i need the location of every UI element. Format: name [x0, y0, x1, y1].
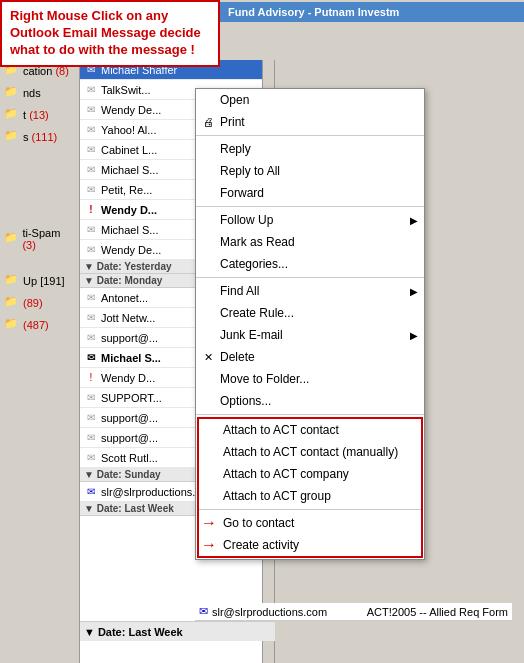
nav-count-487: (487) [23, 319, 49, 331]
envelope-icon-7: ✉ [84, 183, 98, 197]
categories-icon [200, 256, 216, 272]
menu-label-options: Options... [220, 394, 271, 408]
menu-item-print[interactable]: 🖨 Print [196, 111, 424, 133]
date-yesterday-label: Date: Yesterday [97, 261, 172, 272]
act-section: Attach to ACT contact Attach to ACT cont… [197, 417, 423, 558]
nav-item-up[interactable]: 📁 Up [191] [0, 270, 79, 292]
annotation-text: Right Mouse Click on any Outlook Email M… [10, 8, 210, 59]
envelope-icon-2: ✉ [84, 83, 98, 97]
menu-item-create-rule[interactable]: Create Rule... [196, 302, 424, 324]
lastweek-expand[interactable]: ▼ [84, 626, 95, 638]
envelope-icon-supp2: ✉ [84, 411, 98, 425]
date-monday-expand[interactable]: ▼ [84, 275, 94, 286]
envelope-icon-sup1: ✉ [84, 331, 98, 345]
nav-label-tispam: ti-Spam (3) [22, 227, 75, 251]
date-sunday-label: Date: Sunday [97, 469, 161, 480]
menu-label-reply: Reply [220, 142, 251, 156]
open-icon [200, 92, 216, 108]
envelope-icon-slr: ✉ [84, 485, 98, 499]
menu-label-create-rule: Create Rule... [220, 306, 294, 320]
left-nav-panel: 📁 cation (8) 📁 nds 📁 t (13) 📁 s (111) 📁 … [0, 60, 80, 663]
folder-icon-487: 📁 [4, 317, 20, 333]
menu-item-create-activity[interactable]: → Create activity [199, 534, 421, 556]
menu-item-attach-act-group[interactable]: Attach to ACT group [199, 485, 421, 507]
date-sunday-expand[interactable]: ▼ [84, 469, 94, 480]
menu-item-findall[interactable]: Find All ▶ [196, 280, 424, 302]
menu-item-move[interactable]: Move to Folder... [196, 368, 424, 390]
menu-item-junk[interactable]: Junk E-mail ▶ [196, 324, 424, 346]
create-rule-icon [200, 305, 216, 321]
folder-icon-tispam: 📁 [4, 231, 19, 247]
delete-icon: ✕ [200, 349, 216, 365]
nav-item-t[interactable]: 📁 t (13) [0, 104, 79, 126]
findall-arrow: ▶ [410, 286, 418, 297]
lastweek-label: Date: Last Week [98, 626, 183, 638]
nav-item-nds[interactable]: 📁 nds [0, 82, 79, 104]
envelope-icon-5: ✉ [84, 143, 98, 157]
menu-item-delete[interactable]: ✕ Delete [196, 346, 424, 368]
print-icon: 🖨 [200, 114, 216, 130]
date-lastweek-expand[interactable]: ▼ [84, 503, 94, 514]
nav-label-t: t (13) [23, 109, 49, 121]
nav-label-s: s (111) [23, 131, 57, 143]
date-yesterday-expand[interactable]: ▼ [84, 261, 94, 272]
context-menu: Open 🖨 Print Reply Reply to All Forward … [195, 88, 425, 560]
nav-count-up: [191] [40, 275, 64, 287]
menu-label-categories: Categories... [220, 257, 288, 271]
nav-item-89[interactable]: 📁 (89) [0, 292, 79, 314]
nav-item-487[interactable]: 📁 (487) [0, 314, 79, 336]
reply-all-icon [200, 163, 216, 179]
menu-item-open[interactable]: Open [196, 89, 424, 111]
menu-label-attach-act-group: Attach to ACT group [223, 489, 331, 503]
nav-count-tispam: (3) [22, 239, 35, 251]
menu-divider-act [199, 509, 421, 510]
attach-act-contact-icon [203, 422, 219, 438]
menu-item-attach-act-manually[interactable]: Attach to ACT contact (manually) [199, 441, 421, 463]
menu-item-mark-read[interactable]: Mark as Read [196, 231, 424, 253]
menu-divider-3 [196, 277, 424, 278]
menu-label-followup: Follow Up [220, 213, 273, 227]
menu-item-reply-all[interactable]: Reply to All [196, 160, 424, 182]
folder-icon-up: 📁 [4, 273, 20, 289]
envelope-icon-3: ✉ [84, 103, 98, 117]
exclaim-icon-wendy-mon: ! [84, 371, 98, 385]
menu-item-attach-act-company[interactable]: Attach to ACT company [199, 463, 421, 485]
menu-label-print: Print [220, 115, 245, 129]
create-activity-arrow-icon: → [201, 537, 217, 553]
nav-label-nds: nds [23, 87, 41, 99]
envelope-icon-jott: ✉ [84, 311, 98, 325]
menu-label-junk: Junk E-mail [220, 328, 283, 342]
forward-icon [200, 185, 216, 201]
menu-label-goto-contact: Go to contact [223, 516, 294, 530]
menu-item-goto-contact[interactable]: → Go to contact [199, 512, 421, 534]
menu-item-forward[interactable]: Forward [196, 182, 424, 204]
move-icon [200, 371, 216, 387]
nav-item-s[interactable]: 📁 s (111) [0, 126, 79, 148]
mark-read-icon [200, 234, 216, 250]
options-icon [200, 393, 216, 409]
lastweek-bar[interactable]: ▼ Date: Last Week [80, 621, 275, 641]
menu-item-followup[interactable]: Follow Up ▶ [196, 209, 424, 231]
junk-arrow: ▶ [410, 330, 418, 341]
exclaim-icon-wendy2: ! [84, 203, 98, 217]
envelope-icon-supp-mon: ✉ [84, 391, 98, 405]
nav-label-89: (89) [23, 297, 43, 309]
junk-icon [200, 327, 216, 343]
menu-label-move: Move to Folder... [220, 372, 309, 386]
menu-label-create-activity: Create activity [223, 538, 299, 552]
email-header-title: Fund Advisory - Putnam Investm [228, 6, 399, 18]
menu-item-attach-act-contact[interactable]: Attach to ACT contact [199, 419, 421, 441]
menu-item-categories[interactable]: Categories... [196, 253, 424, 275]
menu-item-options[interactable]: Options... [196, 390, 424, 412]
slr-subject-text: ACT!2005 -- Allied Req Form [367, 606, 508, 618]
menu-label-attach-act-manually: Attach to ACT contact (manually) [223, 445, 398, 459]
menu-label-forward: Forward [220, 186, 264, 200]
menu-label-open: Open [220, 93, 249, 107]
menu-item-reply[interactable]: Reply [196, 138, 424, 160]
menu-divider-1 [196, 135, 424, 136]
attach-act-company-icon [203, 466, 219, 482]
nav-item-tispam[interactable]: 📁 ti-Spam (3) [0, 228, 79, 250]
menu-divider-2 [196, 206, 424, 207]
followup-icon [200, 212, 216, 228]
findall-icon [200, 283, 216, 299]
